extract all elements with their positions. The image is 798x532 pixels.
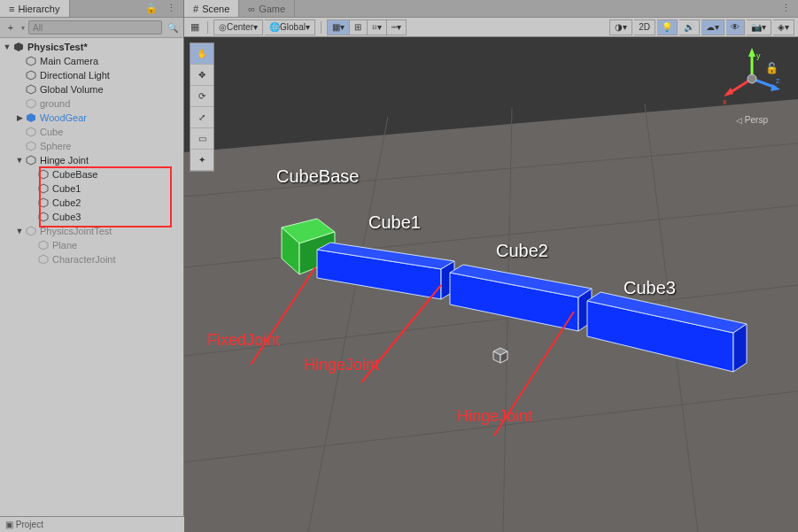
svg-marker-44 (748, 48, 755, 57)
persp-label: ◁ Persp (717, 115, 787, 125)
snap-icon: ⊞ (354, 22, 361, 32)
hierarchy-tab-label: Hierarchy (18, 4, 59, 14)
hand-icon: ✋ (197, 49, 207, 58)
tree-item-cube2[interactable]: Cube2 (0, 196, 183, 210)
svg-marker-1 (27, 57, 35, 66)
svg-marker-0 (14, 42, 23, 51)
scene-center-gizmo-icon (493, 348, 507, 363)
draw-mode-dropdown[interactable]: ◑▾ (609, 19, 632, 35)
scale-tool[interactable]: ⤢ (190, 107, 213, 128)
pivot-dropdown[interactable]: ◎Center ▾ (213, 19, 263, 35)
audio-toggle[interactable]: 🔊 (679, 19, 700, 35)
gizmo-icon: ◈ (778, 22, 785, 32)
lock-icon[interactable]: 🔒 (144, 2, 159, 16)
lighting-toggle[interactable]: 💡 (657, 19, 678, 35)
svg-marker-15 (39, 255, 48, 264)
svg-marker-5 (27, 113, 35, 122)
shading-icon[interactable]: ▦ (188, 20, 202, 35)
cube-icon (25, 225, 37, 237)
circle-icon: ◑ (615, 22, 623, 32)
mode-2d-toggle[interactable]: 2D (634, 19, 655, 35)
prefab-icon (25, 112, 37, 124)
gamepad-icon: ∞ (248, 4, 255, 14)
center-icon: ◎ (219, 22, 227, 32)
tree-item-ground[interactable]: ground (0, 96, 183, 111)
fx-toggle[interactable]: ☁▾ (701, 19, 724, 35)
add-icon[interactable]: + (4, 20, 18, 35)
svg-text:z: z (776, 76, 780, 85)
expand-icon[interactable]: ▶ (14, 113, 25, 122)
speaker-icon: 🔊 (684, 22, 694, 32)
rotate-tool[interactable]: ⟳ (190, 86, 213, 107)
lightbulb-icon: 💡 (662, 22, 672, 32)
snap-settings[interactable]: ┉▾ (387, 19, 407, 35)
scale-icon: ⤢ (198, 112, 205, 122)
expand-icon[interactable]: ▼ (14, 156, 25, 165)
cube-icon (25, 140, 37, 152)
search-icon[interactable]: 🔍 (166, 20, 180, 35)
scene-view[interactable]: ✋ ✥ ⟳ ⤢ ▭ ✦ y x z (184, 37, 798, 532)
grid-icon: # (193, 4, 198, 14)
hierarchy-tree: ▼ PhysicsTest* Main Camera Directional L… (0, 38, 183, 532)
tree-item-plane[interactable]: Plane (0, 238, 183, 252)
expand-icon[interactable]: ▼ (2, 42, 12, 51)
cube-icon (25, 97, 37, 110)
visibility-toggle[interactable]: 👁 (726, 19, 745, 35)
tree-item-directional-light[interactable]: Directional Light (0, 68, 183, 82)
game-tab[interactable]: ∞ Game (239, 0, 295, 17)
tree-item-hinge-joint[interactable]: ▼ Hinge Joint (0, 153, 183, 167)
scene-panel: # Scene ∞ Game ⋮ ▦ ◎Center ▾ 🌐Global ▾ ▦… (184, 0, 798, 532)
tree-item-characterjoint[interactable]: CharacterJoint (0, 252, 183, 266)
svg-marker-7 (27, 142, 35, 150)
gizmo-lock-icon[interactable]: 🔓 (765, 62, 779, 74)
kebab-icon[interactable]: ⋮ (164, 2, 178, 16)
svg-marker-14 (39, 241, 48, 250)
snap-toggle[interactable]: ⊞ (350, 19, 368, 35)
hierarchy-tab[interactable]: ≡ Hierarchy (0, 0, 70, 17)
svg-marker-6 (27, 127, 35, 136)
tree-item-woodgear[interactable]: ▶ WoodGear (0, 111, 183, 125)
cube-icon (37, 168, 50, 181)
scene-tool-palette: ✋ ✥ ⟳ ⤢ ▭ ✦ (190, 42, 214, 172)
tree-item-cube3[interactable]: Cube3 (0, 210, 183, 224)
scene-tab[interactable]: # Scene (184, 0, 239, 17)
svg-marker-13 (27, 227, 35, 235)
gizmos-dropdown[interactable]: ◈▾ (773, 19, 794, 35)
eye-slash-icon: 👁 (731, 22, 740, 32)
cube-icon (37, 253, 50, 266)
snap-increment[interactable]: ⌗▾ (368, 19, 387, 35)
tree-item-cubebase[interactable]: CubeBase (0, 167, 183, 181)
hand-tool[interactable]: ✋ (190, 43, 213, 65)
scene-tabbar: # Scene ∞ Game ⋮ (184, 0, 798, 18)
tree-scene-root[interactable]: ▼ PhysicsTest* (0, 40, 183, 54)
tree-item-main-camera[interactable]: Main Camera (0, 54, 183, 68)
svg-marker-2 (27, 71, 35, 80)
game-tab-label: Game (259, 4, 285, 14)
grid-toggle-icon: ▦ (332, 22, 340, 32)
cube-icon (37, 211, 50, 223)
cloud-icon: ☁ (706, 22, 715, 32)
tree-item-cube[interactable]: Cube (0, 125, 183, 139)
camera-dropdown[interactable]: 📷▾ (747, 19, 771, 35)
transform-tool[interactable]: ✦ (190, 150, 213, 171)
tree-item-sphere[interactable]: Sphere (0, 139, 183, 153)
expand-icon[interactable]: ▼ (14, 227, 25, 235)
globe-icon: 🌐 (269, 22, 280, 32)
grid-toggle[interactable]: ▦▾ (327, 19, 350, 35)
camera-icon: 📷 (751, 22, 762, 32)
cube-icon (37, 239, 50, 251)
unity-logo-icon (12, 41, 25, 53)
tree-item-physicsjointtest[interactable]: ▼ PhysicsJointTest (0, 224, 183, 238)
cube-icon (25, 83, 37, 96)
tree-item-cube1[interactable]: Cube1 (0, 181, 183, 196)
project-footer-tab[interactable]: ▣ Project (0, 516, 184, 532)
hierarchy-search-input[interactable] (28, 20, 162, 35)
handle-dropdown[interactable]: 🌐Global ▾ (265, 19, 315, 35)
orientation-gizmo[interactable]: y x z ◁ Persp (717, 48, 787, 125)
scene-toolbar: ▦ ◎Center ▾ 🌐Global ▾ ▦▾ ⊞ ⌗▾ ┉▾ ◑▾ 2D 💡… (184, 18, 798, 37)
kebab-icon[interactable]: ⋮ (779, 2, 793, 16)
tree-item-global-volume[interactable]: Global Volume (0, 82, 183, 96)
rect-tool[interactable]: ▭ (190, 128, 213, 150)
move-tool[interactable]: ✥ (190, 65, 213, 86)
svg-text:x: x (723, 97, 727, 106)
